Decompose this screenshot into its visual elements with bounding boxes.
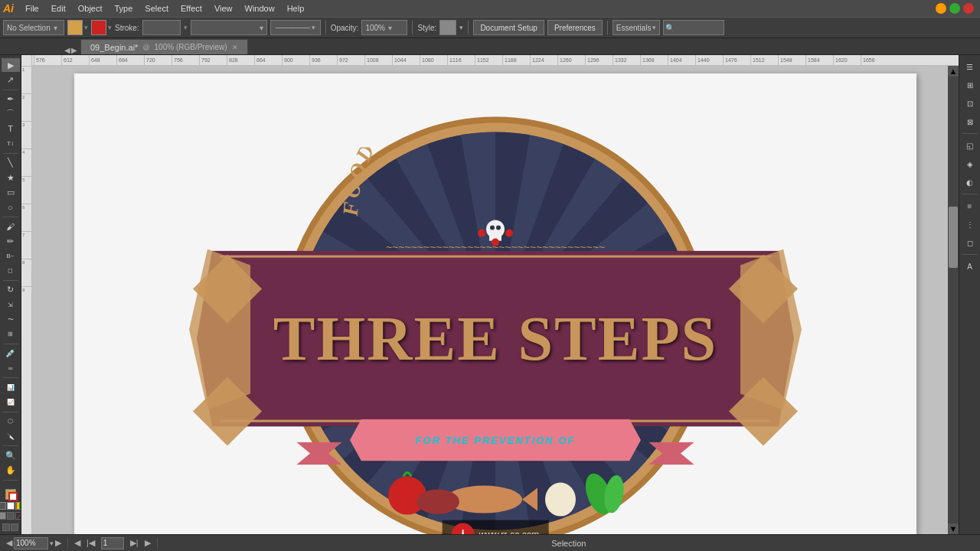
artwork-container: FOOD POISONING bbox=[266, 109, 725, 534]
menu-object[interactable]: Object bbox=[73, 2, 108, 15]
pen-tool[interactable]: ✒ bbox=[2, 92, 20, 106]
svg-point-6 bbox=[490, 226, 495, 230]
document-setup-button[interactable]: Document Setup bbox=[473, 20, 544, 35]
zoom-tool[interactable]: 🔍 bbox=[2, 448, 20, 462]
warp-tool[interactable]: 〜 bbox=[2, 312, 20, 326]
right-btn-10[interactable]: ◻ bbox=[961, 234, 979, 251]
fill-color-swatch[interactable] bbox=[67, 20, 83, 35]
graph-tool[interactable]: 📊 bbox=[2, 380, 20, 394]
app-logo: Ai bbox=[3, 2, 14, 15]
gradient-fill-mode[interactable] bbox=[7, 512, 15, 520]
menu-view[interactable]: View bbox=[209, 2, 238, 15]
ruler-vertical: 1 2 3 4 5 6 7 8 9 bbox=[21, 55, 32, 534]
right-btn-6[interactable]: ◈ bbox=[961, 155, 979, 172]
menu-help[interactable]: Help bbox=[282, 2, 310, 15]
style-swatch[interactable] bbox=[439, 20, 456, 35]
right-btn-11[interactable]: A bbox=[961, 258, 979, 275]
menu-select[interactable]: Select bbox=[139, 2, 174, 15]
slice-tool[interactable]: 🔪 bbox=[2, 429, 20, 443]
page-first[interactable]: |◀ bbox=[87, 538, 95, 548]
rotate-tool[interactable]: ↻ bbox=[2, 283, 20, 297]
color-fill-mode[interactable] bbox=[0, 512, 6, 520]
stroke-style-dropdown[interactable]: ▾ bbox=[191, 20, 267, 35]
none-color[interactable] bbox=[0, 502, 6, 510]
tab-arrow-right[interactable]: ▶ bbox=[71, 46, 77, 54]
scroll-down-button[interactable]: ▼ bbox=[948, 523, 959, 534]
svg-point-3 bbox=[478, 230, 485, 237]
right-btn-5[interactable]: ◱ bbox=[961, 137, 979, 154]
stroke-input[interactable] bbox=[142, 20, 181, 35]
search-input-box[interactable]: 🔍 bbox=[663, 20, 724, 35]
fill-stroke-swatches[interactable] bbox=[2, 486, 19, 500]
stroke-color-swatch[interactable] bbox=[91, 20, 106, 35]
zoom-input[interactable] bbox=[14, 537, 48, 549]
menu-file[interactable]: File bbox=[20, 2, 44, 15]
document-tab[interactable]: 09_Begin.ai* @ 100% (RGB/Preview) ✕ bbox=[80, 39, 248, 54]
right-btn-4[interactable]: ⊠ bbox=[961, 113, 979, 130]
scroll-up-button[interactable]: ▲ bbox=[948, 66, 959, 77]
ribbon-text: FOR THE PREVENTION OF bbox=[416, 435, 576, 446]
zoom-dropdown-arrow[interactable]: ▾ bbox=[50, 540, 54, 547]
tab-arrow-left[interactable]: ◀ bbox=[64, 46, 70, 54]
no-fill-mode[interactable] bbox=[15, 512, 22, 520]
brush-options[interactable]: ————— ▾ bbox=[270, 20, 321, 35]
curvature-tool[interactable]: ⌒ bbox=[2, 107, 20, 121]
menu-effect[interactable]: Effect bbox=[175, 2, 207, 15]
page-input[interactable] bbox=[101, 537, 124, 549]
draw-mode-normal[interactable] bbox=[2, 523, 10, 531]
artboard-tool[interactable]: ⬡ bbox=[2, 415, 20, 429]
white-color[interactable] bbox=[7, 502, 15, 510]
opacity-dropdown[interactable]: 100% ▾ bbox=[361, 20, 407, 35]
draw-mode-behind[interactable] bbox=[11, 523, 18, 531]
minimize-button[interactable] bbox=[936, 3, 946, 14]
right-btn-1[interactable]: ☰ bbox=[961, 58, 979, 75]
vertical-scrollbar[interactable]: ▲ ▼ bbox=[948, 66, 959, 534]
pencil-tool[interactable]: ✏ bbox=[2, 234, 20, 248]
right-btn-2[interactable]: ⊞ bbox=[961, 77, 979, 93]
star-tool[interactable]: ★ bbox=[2, 171, 20, 184]
page-next[interactable]: ▶ bbox=[145, 538, 151, 548]
right-btn-3[interactable]: ⊡ bbox=[961, 95, 979, 112]
preferences-button[interactable]: Preferences bbox=[547, 20, 603, 35]
selection-dropdown[interactable]: No Selection ▾ bbox=[3, 20, 64, 35]
rectangle-tool[interactable]: ▭ bbox=[2, 185, 20, 199]
eyedropper-tool[interactable]: 💉 bbox=[2, 347, 20, 360]
right-banner-wing bbox=[740, 249, 802, 410]
column-graph-tool[interactable]: 📈 bbox=[2, 396, 20, 409]
main-banner: THREE STEPS bbox=[197, 251, 794, 427]
selection-tool[interactable]: ▶ bbox=[2, 58, 20, 72]
ellipse-tool[interactable]: ○ bbox=[2, 200, 20, 214]
active-tool-label: Selection bbox=[164, 539, 974, 548]
menu-type[interactable]: Type bbox=[109, 2, 139, 15]
blob-brush-tool[interactable]: B~ bbox=[2, 249, 20, 262]
eraser-tool[interactable]: ◻ bbox=[2, 264, 20, 278]
hand-tool[interactable]: ✋ bbox=[2, 463, 20, 477]
maximize-button[interactable] bbox=[949, 3, 960, 14]
right-btn-7[interactable]: ◐ bbox=[961, 174, 979, 191]
line-tool[interactable]: ╲ bbox=[2, 156, 20, 170]
zoom-fwd-arrow[interactable]: ▶ bbox=[55, 538, 61, 548]
svg-point-4 bbox=[505, 230, 513, 237]
direct-selection-tool[interactable]: ↗ bbox=[2, 73, 20, 86]
page-prev[interactable]: ◀ bbox=[74, 538, 80, 548]
paintbrush-tool[interactable]: 🖌 bbox=[2, 220, 20, 233]
svg-point-11 bbox=[545, 483, 576, 517]
type-tool[interactable]: T bbox=[2, 122, 20, 135]
menu-window[interactable]: Window bbox=[240, 2, 280, 15]
right-btn-8[interactable]: ≡ bbox=[961, 197, 979, 214]
close-button[interactable] bbox=[963, 3, 974, 14]
free-transform-tool[interactable]: ⊞ bbox=[2, 328, 20, 341]
scroll-thumb[interactable] bbox=[949, 207, 958, 268]
scale-tool[interactable]: ⇲ bbox=[2, 298, 20, 311]
menu-edit[interactable]: Edit bbox=[46, 2, 71, 15]
workspace-button[interactable]: Essentials ▾ bbox=[612, 20, 661, 35]
blend-tool[interactable]: ∞ bbox=[2, 361, 20, 375]
tab-close-icon[interactable]: ✕ bbox=[232, 44, 238, 51]
gradient-color[interactable] bbox=[15, 502, 22, 510]
right-btn-9[interactable]: ⋮ bbox=[961, 216, 979, 233]
canvas-viewport[interactable]: FOOD POISONING bbox=[32, 66, 959, 534]
page-last[interactable]: ▶| bbox=[130, 538, 139, 548]
zoom-back-arrow[interactable]: ◀ bbox=[6, 538, 12, 548]
zoom-controls: ◀ ▾ ▶ bbox=[6, 537, 61, 549]
touch-type-tool[interactable]: T↕ bbox=[2, 136, 20, 150]
